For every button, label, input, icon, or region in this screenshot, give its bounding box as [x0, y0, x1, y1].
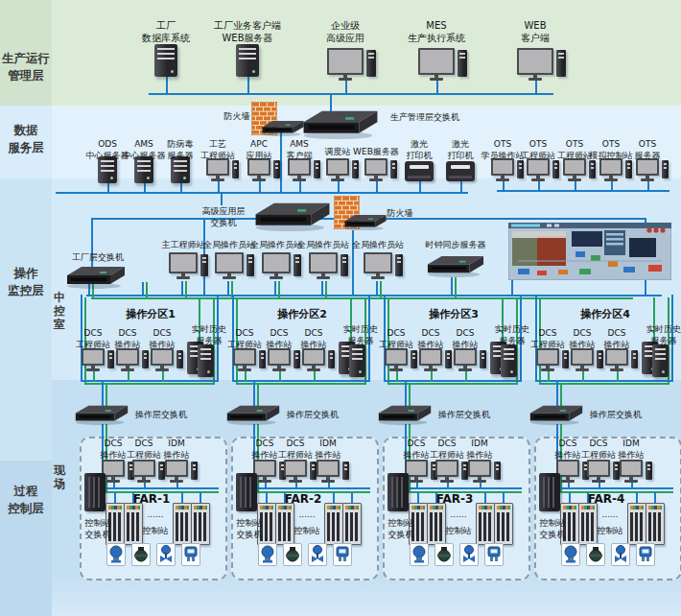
instrument-icon	[611, 543, 630, 566]
network-line	[149, 93, 553, 95]
instrument-icon	[308, 543, 327, 566]
network-line	[146, 282, 148, 297]
rack-icon	[124, 503, 143, 545]
pc-tower	[631, 350, 638, 368]
control-station-label: 控制站	[290, 526, 324, 537]
pc-tower	[200, 254, 208, 276]
label-field: 现 场	[52, 464, 67, 491]
workstation-icon	[536, 348, 572, 372]
monitor-base	[528, 78, 542, 81]
pc-tower	[517, 160, 524, 178]
workstation-icon	[82, 348, 117, 372]
pc-tower	[411, 350, 417, 368]
network-line	[278, 281, 280, 297]
rack-icon	[173, 503, 192, 545]
controlstation-switch-icon	[236, 473, 257, 511]
monitor-base	[541, 368, 554, 371]
switch-label: 高级应用层 交换机	[194, 206, 253, 228]
network-line	[497, 190, 669, 192]
monitor-screen	[132, 460, 155, 477]
station-label: IDM 操作站	[302, 438, 354, 461]
pc-tower	[259, 350, 266, 368]
pc-tower	[458, 50, 467, 77]
station-label: DCS 操作站	[136, 328, 188, 350]
monitor-screen	[419, 348, 442, 366]
network-line	[274, 281, 276, 295]
server-tower-icon	[236, 44, 259, 77]
monitor-base	[272, 368, 286, 371]
pc-tower	[395, 254, 403, 276]
far-label: FAR-4	[579, 492, 633, 508]
monitor-screen	[327, 48, 364, 75]
workstation-icon	[169, 252, 211, 280]
monitor-base	[176, 276, 190, 279]
monitor-base	[321, 480, 335, 483]
monitor-base	[473, 480, 486, 483]
instrument-icon	[258, 543, 277, 566]
pc-tower	[314, 160, 320, 178]
workstation-icon	[284, 460, 319, 484]
workstation-icon	[309, 252, 351, 280]
workstation-icon	[151, 348, 186, 372]
monitor-screen	[605, 348, 628, 366]
instrument-icon	[410, 543, 429, 566]
monitor-base	[410, 480, 423, 483]
pc-tower	[625, 160, 632, 178]
network-line	[236, 383, 366, 385]
network-line	[56, 192, 468, 194]
switch-label: 生产管理层交换机	[382, 112, 468, 124]
monitor-base	[430, 78, 443, 81]
control-station-label: 控制站	[441, 526, 476, 537]
workstation-icon	[491, 158, 527, 182]
partition-label: 操作分区2	[259, 308, 345, 321]
instrument-icon	[131, 543, 151, 566]
pc-tower	[480, 350, 486, 368]
workstation-icon	[517, 48, 569, 81]
monitor-base	[121, 368, 134, 371]
monitor-base	[258, 480, 271, 483]
workstation-icon	[527, 158, 562, 182]
monitor-base	[369, 178, 383, 181]
network-line	[181, 281, 183, 295]
monitor-base	[610, 368, 623, 371]
monitor-screen	[326, 158, 349, 176]
monitor-base	[211, 178, 224, 181]
switch-label: 控制站 交换机	[226, 518, 272, 540]
rack-icon	[275, 503, 294, 545]
pc-tower	[646, 462, 652, 480]
monitor-base	[86, 368, 100, 371]
monitor-base	[317, 276, 330, 279]
monitor-screen	[517, 48, 553, 75]
monitor-screen	[268, 348, 291, 366]
monitor-base	[531, 178, 545, 181]
workstation-icon	[116, 348, 152, 372]
pc-tower	[597, 350, 603, 368]
firewall-label: 防火墙	[382, 208, 418, 220]
monitor-screen	[165, 460, 188, 477]
monitor-base	[568, 178, 581, 181]
monitor-screen	[571, 348, 594, 366]
workstation-icon	[288, 158, 323, 182]
workstation-icon	[327, 48, 379, 81]
instrument-icon	[484, 543, 504, 566]
rack-icon	[578, 503, 598, 545]
workstation-icon	[132, 460, 168, 484]
switch-icon	[65, 264, 127, 289]
top-node-label: MES 生产执行系统	[393, 19, 480, 44]
monitor-base	[440, 480, 454, 483]
monitor-base	[624, 480, 638, 483]
instrument-icon	[459, 543, 479, 566]
network-line	[84, 383, 215, 385]
monitor-screen	[468, 460, 491, 477]
top-node-label: 企业级 高级应用	[302, 19, 388, 44]
pc-tower	[662, 160, 669, 178]
server-label: 时钟同步服务器	[422, 240, 489, 251]
history-server-icon	[349, 344, 365, 377]
monitor-base	[238, 368, 251, 371]
switch-icon	[74, 403, 129, 425]
network-line	[401, 487, 522, 489]
controlstation-switch-icon	[84, 473, 106, 511]
pc-tower	[176, 350, 183, 368]
workstation-icon	[419, 348, 455, 372]
strip-monitor	[0, 178, 52, 461]
